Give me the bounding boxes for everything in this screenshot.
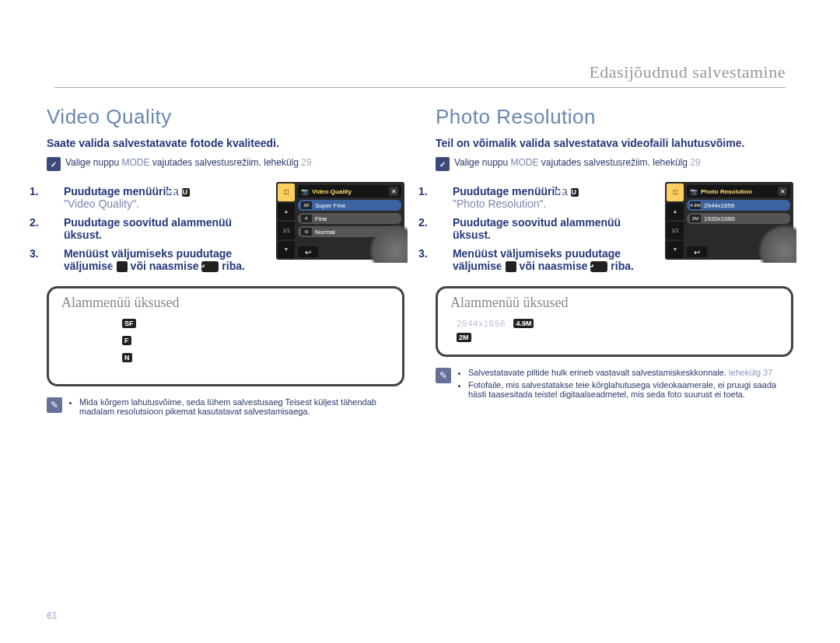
bottom-note-right: ✎ Salvestatavate piltide hulk erineb vas… (436, 368, 793, 402)
column-video-quality: Video Quality Saate valida salvestatavat… (47, 105, 404, 419)
subpanel-right: Alammenüü üksused 2944x1656 4.9M 2M (436, 286, 793, 357)
section-title-photo-resolution: Photo Resolution (436, 105, 793, 129)
option-chip: 4.9M (690, 201, 701, 209)
manual-page: Edasijõudnud salvestamine Video Quality … (0, 0, 840, 643)
precheck-mode: MODE (511, 157, 539, 168)
header-rule (54, 87, 786, 88)
chip-n: N (122, 353, 132, 362)
step1-a: Puudutage menüüriba (64, 185, 182, 197)
option-label: Super Fine (315, 202, 345, 209)
subpanel-row: 2944x1656 4.9M (457, 319, 780, 328)
precheck-text-a: Valige nuppu (454, 157, 511, 168)
note-bullet: Mida kõrgem lahutusvõime, seda lühem sal… (79, 397, 404, 416)
note-bullet: Salvestatavate piltide hulk erineb vasta… (468, 368, 793, 377)
pencil-icon: ✎ (47, 397, 62, 413)
section-title-video-quality: Video Quality (47, 105, 404, 129)
camera-icon: 📷 (301, 188, 309, 195)
chip-f: F (122, 336, 131, 345)
close-icon: ✕ (117, 261, 128, 272)
finger-illustration (369, 224, 408, 263)
lcd-right-wrap: ⬚ ▲ 1/1 ▼ 📷 Photo Resolution ✕ 4.9M 2944… (665, 182, 793, 260)
note-primary: Salvestatavate piltide hulk erineb vasta… (468, 368, 729, 377)
check-icon: ✓ (436, 157, 450, 171)
chip-2m: 2M (457, 333, 471, 342)
precheck-page: 29 (301, 157, 311, 168)
precheck-page: 29 (690, 157, 700, 168)
bottom-note-left: ✎ Mida kõrgem lahutusvõime, seda lühem s… (47, 397, 404, 419)
precheck-text-b: vajutades salvestusrežiim. lehekülg (150, 157, 302, 168)
lcd-rail-page: 1/1 (667, 222, 684, 239)
lcd-rail-page: 1/1 (278, 222, 295, 239)
lcd-option-fine[interactable]: F Fine (298, 213, 401, 224)
lcd-option-49m[interactable]: 4.9M 2944x1656 (687, 200, 790, 211)
intro-right: Teil on võimalik valida salvestatava vid… (436, 137, 793, 149)
subpanel-left: Alammenüü üksused SF F N (47, 286, 404, 386)
intro-left: Saate valida salvestatavate fotode kvali… (47, 137, 404, 149)
subpanel-title: Alammenüü üksused (450, 295, 780, 311)
pencil-icon: ✎ (436, 368, 451, 383)
step2-text: Puudutage soovitud alammenüü üksust. (64, 216, 232, 241)
precheck-left-text: Valige nuppu MODE vajutades salvestusrež… (65, 157, 312, 168)
resolution-label: 2944x1656 (457, 319, 506, 328)
step1-a: Puudutage menüüriba (453, 185, 571, 197)
step3-c: riba. (607, 260, 633, 272)
lcd-rail-active[interactable]: ⬚ (667, 183, 684, 201)
check-icon: ✓ (47, 157, 61, 171)
back-icon: ↩ (590, 261, 607, 272)
lcd-title: Video Quality (312, 188, 352, 195)
option-chip: F (301, 215, 312, 222)
subpanel-row: F (122, 336, 391, 345)
lcd-option-2m[interactable]: 2M 1920x1080 (687, 213, 790, 224)
option-label: Fine (315, 215, 327, 222)
note-bullet: Fotofaile, mis salvestatakse teie kõrgla… (468, 380, 793, 399)
page-number: 61 (47, 610, 57, 621)
finger-illustration (758, 224, 796, 263)
precheck-text-a: Valige nuppu (65, 157, 122, 168)
subpanel-title: Alammenüü üksused (61, 295, 391, 311)
subpanel-row: 2M (457, 333, 780, 342)
chip-sf: SF (122, 319, 136, 328)
breadcrumb: Edasijõudnud salvestamine (589, 62, 786, 82)
column-photo-resolution: Photo Resolution Teil on võimalik valida… (436, 105, 793, 419)
step1-quote: "Video Quality". (64, 197, 139, 210)
option-label: 1920x1080 (704, 215, 735, 222)
option-chip: SF (301, 201, 312, 209)
close-icon[interactable]: ✕ (778, 187, 787, 196)
lcd-rail-item[interactable]: ▼ (278, 241, 295, 259)
lcd-rail-item[interactable]: ▲ (667, 203, 684, 221)
subpanel-row: SF (122, 319, 391, 328)
close-icon: ✕ (506, 261, 516, 272)
back-icon[interactable]: ↩ (687, 246, 707, 257)
subpanel-row: N (122, 353, 391, 362)
precheck-right: ✓ Valige nuppu MODE vajutades salvestusr… (436, 157, 793, 171)
precheck-right-text: Valige nuppu MODE vajutades salvestusrež… (454, 157, 701, 168)
step2-text: Puudutage soovitud alammenüü üksust. (453, 216, 621, 241)
menu-icon: MENU (182, 188, 191, 197)
camera-icon: 📷 (690, 188, 698, 195)
step1-quote: "Photo Resolution". (453, 197, 546, 210)
note-primary-pale: lehekülg 37 (729, 368, 772, 377)
step3-b: või naasmise (516, 260, 591, 272)
option-label: Normal (315, 229, 335, 236)
precheck-mode: MODE (122, 157, 150, 168)
precheck-text-b: vajutades salvestusrežiim. lehekülg (539, 157, 691, 168)
step3-c: riba. (219, 260, 244, 272)
option-chip: 2M (690, 215, 701, 222)
back-icon[interactable]: ↩ (298, 246, 318, 257)
lcd-rail-active[interactable]: ⬚ (278, 183, 295, 201)
menu-icon: MENU (571, 188, 579, 197)
back-icon: ↩ (201, 261, 219, 272)
precheck-left: ✓ Valige nuppu MODE vajutades salvestusr… (47, 157, 404, 171)
lcd-option-superfine[interactable]: SF Super Fine (298, 200, 401, 211)
lcd-title: Photo Resolution (701, 188, 752, 195)
lcd-left-wrap: ⬚ ▲ 1/1 ▼ 📷 Video Quality ✕ SF Super Fin… (276, 182, 404, 260)
lcd-rail-item[interactable]: ▼ (667, 241, 684, 259)
lcd-rail-item[interactable]: ▲ (278, 203, 295, 221)
step3-b: või naasmise (128, 260, 202, 272)
option-chip: N (301, 228, 312, 236)
option-label: 2944x1656 (704, 202, 735, 209)
chip-49m: 4.9M (513, 319, 534, 328)
close-icon[interactable]: ✕ (389, 187, 398, 196)
